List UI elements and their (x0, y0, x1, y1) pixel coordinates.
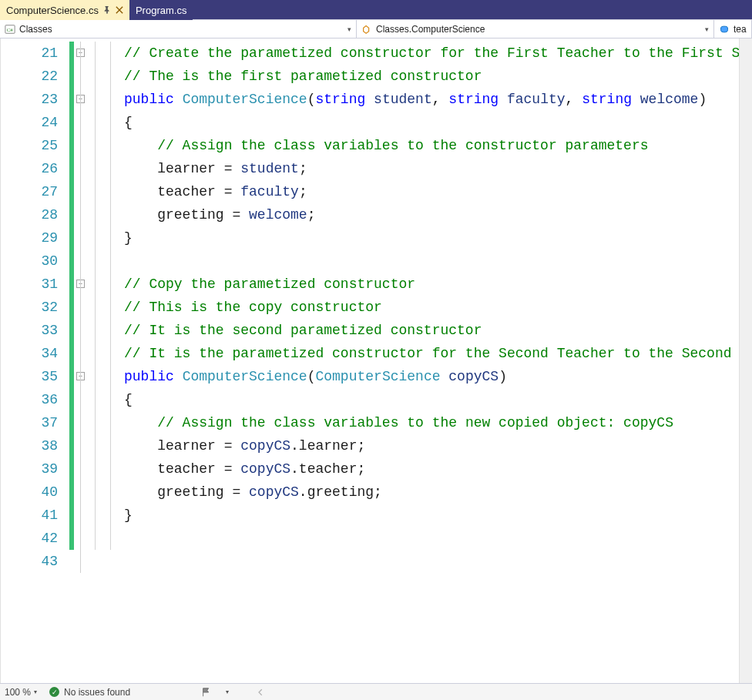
code-line[interactable]: } (124, 504, 739, 527)
line-number: 38 (1, 434, 58, 457)
tab-program[interactable]: Program.cs (129, 0, 193, 20)
code-line[interactable]: teacher = copyCS.teacher; (124, 457, 739, 481)
code-line[interactable]: } (124, 226, 739, 250)
code-line[interactable]: // This is the copy constructor (124, 296, 739, 319)
line-number: 41 (1, 504, 58, 527)
pin-icon[interactable] (103, 6, 111, 14)
type-dropdown[interactable]: Classes.ComputerScience ▾ (357, 20, 714, 38)
scope-dropdown[interactable]: C# Classes ▾ (0, 20, 357, 38)
line-number: 32 (1, 296, 58, 319)
line-number: 40 (1, 481, 58, 504)
tab-computerscience[interactable]: ComputerScience.cs (0, 0, 129, 20)
code-editor[interactable]: 2122232425262728293031323334353637383940… (0, 39, 752, 683)
line-number: 29 (1, 226, 58, 250)
code-line[interactable]: // Assign the class variables to the new… (124, 411, 739, 434)
svg-text:C#: C# (7, 26, 14, 32)
chevron-down-icon: ▾ (34, 688, 37, 695)
status-bar: 100 % ▾ ✓ No issues found ▾ (0, 683, 752, 700)
change-indicator-bar (69, 39, 75, 683)
line-number: 39 (1, 457, 58, 481)
line-number: 21 (1, 42, 58, 65)
line-number: 42 (1, 527, 58, 550)
check-circle-icon: ✓ (49, 687, 59, 697)
code-area[interactable]: // Create the parametized constructor fo… (124, 39, 739, 683)
line-number-gutter: 2122232425262728293031323334353637383940… (1, 39, 69, 683)
line-number: 26 (1, 157, 58, 180)
code-line[interactable]: // It is the parametized constructor for… (124, 342, 739, 365)
history-back-icon[interactable] (257, 687, 267, 698)
line-number: 23 (1, 88, 58, 111)
code-line[interactable]: public ComputerScience(ComputerScience c… (124, 365, 739, 388)
line-number: 31 (1, 273, 58, 296)
navigation-bar: C# Classes ▾ Classes.ComputerScience ▾ t… (0, 20, 752, 39)
line-number: 43 (1, 550, 58, 573)
code-line[interactable]: // It is the second parametized construc… (124, 319, 739, 342)
health-indicator[interactable]: ✓ No issues found (49, 687, 130, 698)
outline-column: −−−− (75, 39, 89, 683)
chevron-down-icon: ▾ (347, 25, 351, 33)
tab-bar: ComputerScience.cs Program.cs (0, 0, 752, 20)
line-number: 30 (1, 250, 58, 273)
code-line[interactable]: } (124, 527, 739, 550)
code-line[interactable]: // Copy the parametized constructor (124, 273, 739, 296)
scope-label: Classes (19, 24, 52, 35)
line-number: 27 (1, 180, 58, 203)
tab-label: Program.cs (136, 5, 186, 16)
member-label: tea (734, 24, 747, 35)
line-number: 25 (1, 134, 58, 157)
type-label: Classes.ComputerScience (376, 24, 485, 35)
code-line[interactable]: // Create the parametized constructor fo… (124, 42, 739, 65)
code-line[interactable]: // Assign the class variables to the con… (124, 134, 739, 157)
flag-icon[interactable] (201, 687, 212, 698)
code-line[interactable]: greeting = welcome; (124, 203, 739, 226)
code-line[interactable]: { (124, 388, 739, 411)
class-icon (361, 24, 372, 35)
code-line[interactable]: } (124, 550, 739, 573)
csharp-project-icon: C# (5, 24, 15, 35)
chevron-down-icon: ▾ (226, 688, 229, 695)
code-line[interactable]: teacher = faculty; (124, 180, 739, 203)
code-line[interactable]: greeting = copyCS.greeting; (124, 481, 739, 504)
member-dropdown[interactable]: tea (714, 20, 752, 38)
code-line[interactable]: // The is the first parametized construc… (124, 65, 739, 88)
field-icon (719, 24, 730, 35)
line-number: 34 (1, 342, 58, 365)
vertical-scrollbar[interactable] (739, 39, 752, 683)
health-label: No issues found (64, 687, 130, 698)
code-line[interactable] (124, 250, 739, 273)
tab-label: ComputerScience.cs (6, 5, 99, 16)
code-line[interactable]: public ComputerScience(string student, s… (124, 88, 739, 111)
zoom-selector[interactable]: 100 % ▾ (5, 687, 37, 698)
chevron-down-icon: ▾ (705, 25, 709, 33)
code-line[interactable]: { (124, 111, 739, 134)
line-number: 33 (1, 319, 58, 342)
line-number: 22 (1, 65, 58, 88)
close-icon[interactable] (116, 6, 123, 14)
line-number: 24 (1, 111, 58, 134)
line-number: 35 (1, 365, 58, 388)
code-line[interactable]: learner = copyCS.learner; (124, 434, 739, 457)
line-number: 36 (1, 388, 58, 411)
zoom-value: 100 % (5, 687, 31, 698)
line-number: 28 (1, 203, 58, 226)
code-line[interactable]: learner = student; (124, 157, 739, 180)
indent-guide-column (89, 39, 124, 683)
line-number: 37 (1, 411, 58, 434)
